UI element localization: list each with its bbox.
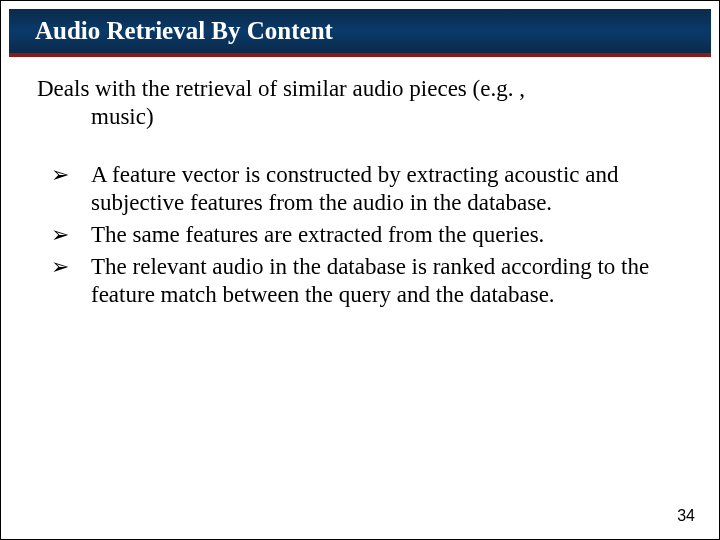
intro-line-1: Deals with the retrieval of similar audi… — [37, 76, 525, 101]
bullet-text: The same features are extracted from the… — [91, 222, 544, 247]
arrow-icon: ➢ — [51, 221, 69, 250]
intro-paragraph: Deals with the retrieval of similar audi… — [37, 75, 683, 131]
bullet-list: ➢ A feature vector is constructed by ext… — [37, 161, 683, 309]
arrow-icon: ➢ — [51, 253, 69, 282]
bullet-text: A feature vector is constructed by extra… — [91, 162, 619, 215]
list-item: ➢ A feature vector is constructed by ext… — [37, 161, 683, 217]
intro-line-2: music) — [37, 103, 683, 131]
slide-title: Audio Retrieval By Content — [35, 17, 333, 44]
page-number: 34 — [677, 507, 695, 525]
slide-header: Audio Retrieval By Content — [9, 9, 711, 57]
list-item: ➢ The same features are extracted from t… — [37, 221, 683, 249]
bullet-text: The relevant audio in the database is ra… — [91, 254, 649, 307]
list-item: ➢ The relevant audio in the database is … — [37, 253, 683, 309]
page-number-value: 34 — [677, 507, 695, 524]
arrow-icon: ➢ — [51, 161, 69, 190]
slide-content: Deals with the retrieval of similar audi… — [1, 57, 719, 309]
